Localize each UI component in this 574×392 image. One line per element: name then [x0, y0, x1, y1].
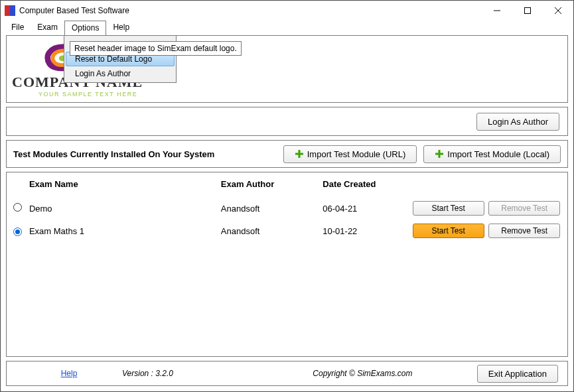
plus-icon	[435, 149, 444, 159]
svg-rect-10	[435, 153, 443, 155]
start-test-button[interactable]: Start Test	[413, 224, 484, 238]
logo-sub-text: YOUR SAMPLE TEXT HERE	[38, 91, 143, 98]
version-label: Version : 3.2.0	[122, 369, 248, 378]
app-icon	[5, 5, 15, 16]
svg-rect-1	[10, 5, 15, 16]
table-row: Exam Maths 1 Anandsoft 10-01-22 Start Te…	[7, 220, 567, 242]
menu-login-as-author[interactable]: Login As Author	[66, 66, 175, 81]
login-as-author-button[interactable]: Login As Author	[476, 113, 559, 131]
menu-help[interactable]: Help	[106, 21, 136, 35]
window-controls	[482, 1, 573, 21]
import-local-button[interactable]: Import Test Module (Local)	[423, 145, 561, 163]
header-exam-name: Exam Name	[29, 179, 221, 189]
titlebar: Computer Based Test Software	[1, 1, 573, 21]
window-title: Computer Based Test Software	[19, 6, 482, 15]
svg-rect-3	[525, 8, 531, 14]
table-row: Demo Anandsoft 06-04-21 Start Test Remov…	[7, 197, 567, 220]
plus-icon	[295, 149, 304, 159]
cell-date-created: 10-01-22	[323, 226, 409, 236]
content-area: COMPANY NAME YOUR SAMPLE TEXT HERE Login…	[6, 35, 568, 386]
header-exam-author: Exam Author	[221, 179, 323, 189]
app-window: Computer Based Test Software File Exam O…	[0, 0, 574, 392]
installed-modules-heading: Test Modules Currently Installed On Your…	[13, 149, 214, 159]
menu-file[interactable]: File	[5, 21, 31, 35]
row-radio[interactable]	[13, 203, 22, 212]
row-radio[interactable]	[13, 228, 22, 236]
login-panel: Login As Author	[6, 107, 568, 136]
import-local-label: Import Test Module (Local)	[447, 149, 549, 159]
exam-list-panel: Exam Name Exam Author Date Created Demo …	[6, 172, 568, 357]
start-test-button[interactable]: Start Test	[413, 201, 484, 216]
maximize-button[interactable]	[512, 1, 543, 21]
svg-rect-0	[5, 5, 10, 16]
import-url-label: Import Test Module (URL)	[307, 149, 406, 159]
menu-exam[interactable]: Exam	[31, 21, 64, 35]
menubar: File Exam Options Help Add Custom Logo R…	[1, 21, 573, 35]
help-link[interactable]: Help	[16, 369, 122, 378]
remove-test-button[interactable]: Remove Test	[488, 201, 560, 216]
list-header: Exam Name Exam Author Date Created	[7, 172, 567, 197]
cell-exam-author: Anandsoft	[221, 226, 323, 236]
footer-panel: Help Version : 3.2.0 Copyright © SimExam…	[6, 361, 568, 386]
tooltip: Reset header image to SimExam default lo…	[70, 41, 242, 56]
exit-application-button[interactable]: Exit Application	[477, 365, 558, 383]
header-date-created: Date Created	[323, 179, 409, 189]
menu-options[interactable]: Options	[64, 21, 106, 35]
minimize-button[interactable]	[482, 1, 512, 21]
svg-rect-8	[295, 153, 303, 155]
cell-exam-author: Anandsoft	[221, 204, 323, 214]
import-panel: Test Modules Currently Installed On Your…	[6, 140, 568, 168]
close-button[interactable]	[543, 1, 573, 21]
cell-exam-name: Exam Maths 1	[29, 226, 221, 236]
import-url-button[interactable]: Import Test Module (URL)	[283, 145, 417, 163]
remove-test-button[interactable]: Remove Test	[488, 224, 560, 238]
cell-exam-name: Demo	[29, 204, 221, 214]
cell-date-created: 06-04-21	[323, 204, 409, 214]
list-body: Demo Anandsoft 06-04-21 Start Test Remov…	[7, 197, 567, 356]
copyright-label: Copyright © SimExams.com	[248, 369, 477, 378]
